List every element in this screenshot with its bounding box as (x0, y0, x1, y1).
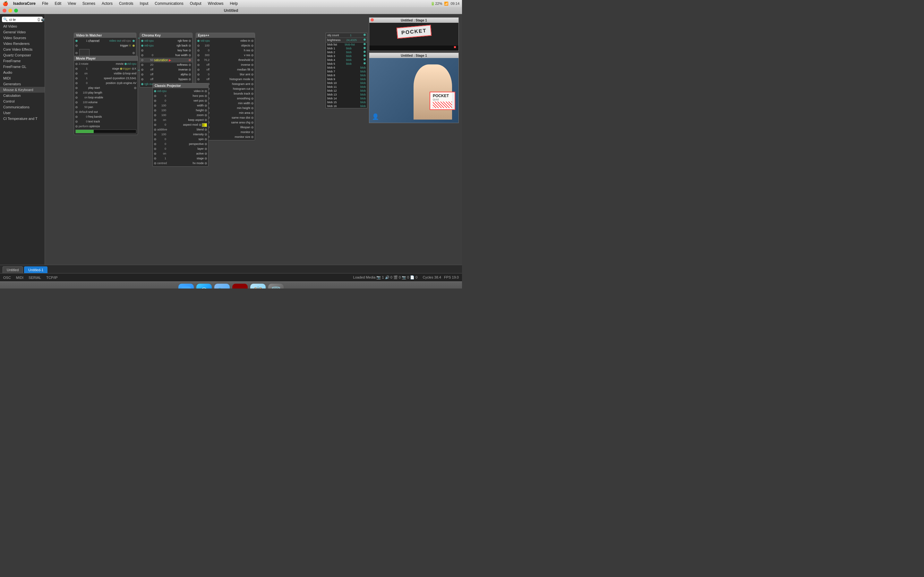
port-out[interactable] (251, 107, 254, 109)
port-in[interactable] (75, 77, 78, 79)
search-clear-button[interactable]: ✕ (37, 18, 40, 21)
sidebar-item-midi[interactable]: MIDI (0, 75, 45, 81)
port-in[interactable] (197, 54, 200, 56)
port-in[interactable] (197, 49, 200, 52)
port-out[interactable] (363, 58, 366, 61)
port-in[interactable] (141, 59, 144, 61)
menu-communications[interactable]: Communications (153, 1, 184, 6)
menu-input[interactable]: Input (139, 1, 150, 6)
node-chroma-key[interactable]: Chroma Key vid-cpu rgb fore vid-cpu rgb … (140, 33, 192, 87)
menu-help[interactable]: Help (228, 1, 239, 6)
port-out[interactable] (363, 62, 366, 64)
dock-icon-twitterrific[interactable]: 🐦 (214, 284, 230, 289)
sidebar-item-control[interactable]: Control (0, 98, 45, 104)
port-out[interactable] (363, 34, 366, 36)
menu-file[interactable]: File (41, 1, 49, 6)
stage-preview-traffic-lights[interactable] (371, 18, 374, 21)
port-in[interactable] (141, 73, 144, 76)
port-out[interactable] (189, 54, 191, 56)
port-thumb-in[interactable] (75, 52, 78, 54)
port-out[interactable] (189, 78, 191, 81)
person-preview-window[interactable]: Untitled : Stage 1 POCKET QUIZ 👤 (369, 53, 459, 123)
port-out[interactable] (189, 64, 191, 66)
port-in[interactable] (141, 69, 144, 71)
port-in[interactable] (154, 133, 156, 135)
menu-edit[interactable]: Edit (53, 1, 63, 6)
sidebar-item-freeframe[interactable]: FreeFrame (0, 58, 45, 64)
menu-scenes[interactable]: Scenes (81, 1, 97, 6)
port-trigger-in[interactable] (75, 45, 78, 47)
port-in[interactable] (75, 111, 78, 113)
port-in[interactable] (154, 138, 156, 140)
port-out[interactable] (251, 49, 254, 52)
node-video-in-watcher[interactable]: Video In Watcher 1 channel video out vid… (74, 33, 136, 59)
port-out[interactable] (251, 102, 254, 105)
node-classic-projector[interactable]: Classic Projector vid-cpuvideo in 0horz … (152, 83, 208, 167)
sidebar-item-core-video[interactable]: Core Video Effects (0, 47, 45, 52)
port-in[interactable] (154, 100, 156, 102)
port-out[interactable] (189, 73, 191, 76)
port-out[interactable] (205, 143, 207, 145)
menu-isadoracore[interactable]: IsadoraCore (12, 1, 37, 6)
port-out[interactable] (363, 39, 366, 41)
sidebar-item-general-video[interactable]: General Video (0, 29, 45, 35)
port-in[interactable] (154, 129, 156, 131)
patch-canvas[interactable]: Video In Watcher 1 channel video out vid… (45, 14, 462, 265)
port-out[interactable] (189, 45, 191, 47)
port-in[interactable] (141, 49, 144, 52)
sidebar-item-audio[interactable]: Audio (0, 69, 45, 75)
port-out[interactable] (363, 55, 366, 57)
port-out[interactable] (205, 129, 207, 131)
dock-icon-trash[interactable]: 🗑️ (268, 284, 284, 289)
port-out[interactable] (123, 73, 125, 75)
port-in[interactable] (197, 64, 200, 66)
port-in[interactable] (197, 69, 200, 71)
port-in[interactable] (154, 95, 156, 97)
menu-windows[interactable]: Windows (207, 1, 225, 6)
port-in[interactable] (75, 125, 78, 127)
stage-close[interactable] (371, 18, 374, 21)
port-in[interactable] (75, 87, 78, 89)
port-in[interactable] (75, 101, 78, 103)
stage-preview-window[interactable]: Untitled : Stage 1 POCKET (369, 17, 459, 51)
sidebar-item-calculation[interactable]: Calculation (0, 93, 45, 98)
port-in[interactable] (141, 40, 144, 42)
port-out[interactable] (205, 162, 207, 164)
search-box[interactable]: 🔍 ✕ 📷 (2, 17, 43, 22)
dock-icon-safari[interactable] (196, 284, 212, 289)
port-out[interactable] (251, 121, 254, 124)
minimize-button[interactable] (8, 9, 12, 13)
port-out[interactable] (205, 119, 207, 121)
movie-progress-bar[interactable] (75, 129, 136, 133)
port-out[interactable] (251, 93, 254, 95)
port-out[interactable] (363, 47, 366, 49)
traffic-lights[interactable] (3, 9, 18, 13)
status-serial[interactable]: SERIAL (29, 276, 41, 279)
port-out[interactable] (251, 54, 254, 56)
port-in[interactable] (154, 162, 156, 164)
port-out[interactable] (117, 82, 119, 84)
sidebar-item-quartz[interactable]: Quartz Composer (0, 52, 45, 58)
port-out[interactable] (205, 114, 207, 116)
status-osc[interactable]: OSC (3, 276, 11, 279)
port-in[interactable] (154, 153, 156, 155)
port-out[interactable] (251, 73, 254, 76)
port-in[interactable] (154, 114, 156, 116)
port-in[interactable] (141, 83, 144, 85)
port-out[interactable] (205, 109, 207, 111)
port-out[interactable] (205, 95, 207, 97)
port-in[interactable] (141, 78, 144, 81)
port-in[interactable] (75, 97, 78, 99)
menu-controls[interactable]: Controls (118, 1, 135, 6)
port-out[interactable] (205, 157, 207, 160)
port-out2[interactable] (132, 68, 134, 70)
port-out[interactable] (205, 153, 207, 155)
port-in[interactable] (154, 90, 156, 92)
port-in[interactable] (154, 148, 156, 150)
port-in[interactable] (197, 59, 200, 61)
port-in[interactable] (154, 109, 156, 111)
sidebar-item-ci-temp[interactable]: CI Temperature and T (0, 116, 45, 121)
scene-tab-untitled-1[interactable]: Untitled-1 (24, 266, 47, 273)
port-out[interactable] (205, 148, 207, 150)
port-out[interactable] (251, 88, 254, 90)
